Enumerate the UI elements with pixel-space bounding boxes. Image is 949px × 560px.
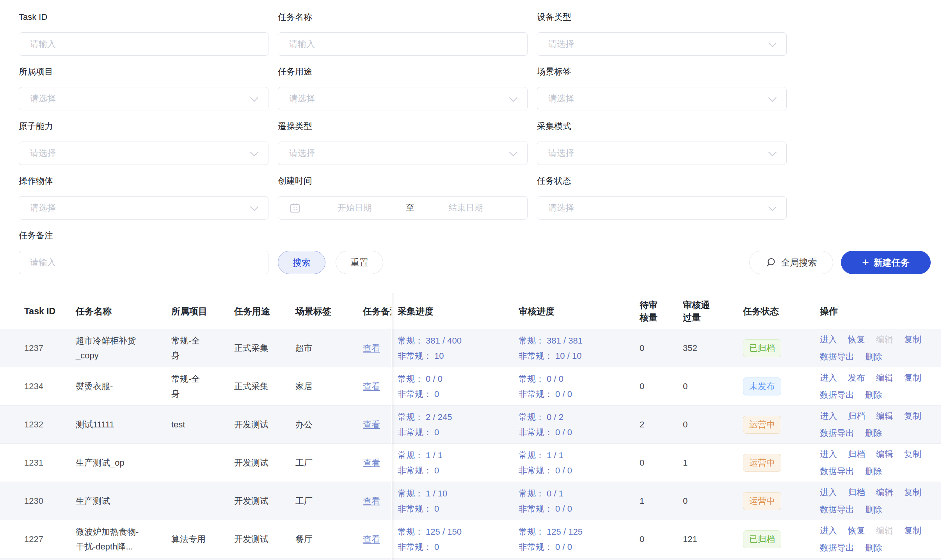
pending-count-value: 0: [640, 456, 644, 470]
teleop-type-select[interactable]: 请选择: [278, 142, 528, 165]
filter-label-teleop-type: 遥操类型: [278, 122, 528, 131]
action-link: 编辑: [876, 332, 893, 347]
action-link[interactable]: 复制: [904, 447, 921, 462]
action-link[interactable]: 数据导出: [820, 502, 854, 517]
remark-view-link[interactable]: 查看: [363, 418, 380, 432]
remark-view-link[interactable]: 查看: [363, 532, 380, 546]
cell-actions: 进入归档编辑复制数据导出删除: [814, 482, 949, 520]
table-row: 1237超市冷鲜柜补货_copy常规-全身正式采集超市查看常规： 381 / 4…: [0, 329, 949, 367]
cell-task-status: 未发布: [738, 367, 814, 405]
task-id-input[interactable]: [19, 32, 268, 56]
cell-project: 常规-全身: [166, 329, 229, 367]
operate-object-select[interactable]: 请选择: [19, 196, 268, 220]
action-link[interactable]: 编辑: [876, 370, 893, 385]
action-link[interactable]: 数据导出: [820, 426, 854, 441]
action-link[interactable]: 发布: [848, 370, 865, 385]
remark-view-link[interactable]: 查看: [363, 494, 380, 508]
action-link[interactable]: 数据导出: [820, 541, 854, 555]
action-link[interactable]: 进入: [820, 332, 837, 347]
cell-pending-count: 0: [634, 367, 677, 405]
plus-icon: +: [862, 257, 869, 268]
filter-label-operate-object: 操作物体: [19, 177, 268, 185]
cell-project-text: test: [171, 417, 185, 432]
action-link[interactable]: 归档: [848, 409, 865, 424]
action-link[interactable]: 进入: [820, 447, 837, 462]
date-range-separator: 至: [406, 202, 414, 214]
cell-collect-progress: 常规： 125 / 150非常规： 0: [392, 520, 513, 558]
status-badge: 未发布: [743, 377, 781, 395]
collect-mode-select[interactable]: 请选择: [537, 142, 787, 165]
create-time-range-picker[interactable]: 开始日期 至 结束日期: [278, 196, 528, 220]
remark-view-link[interactable]: 查看: [363, 341, 380, 355]
remark-view-link[interactable]: 查看: [363, 456, 380, 470]
purpose-select[interactable]: 请选择: [278, 87, 528, 110]
cell-task-status: 运营中: [738, 444, 814, 482]
chevron-down-icon: [250, 148, 258, 156]
status-badge: 运营中: [743, 416, 781, 434]
action-link[interactable]: 复制: [904, 370, 921, 385]
end-date-placeholder[interactable]: 结束日期: [414, 202, 517, 214]
remark-view-link[interactable]: 查看: [363, 379, 380, 393]
filter-label-task-status: 任务状态: [537, 177, 787, 185]
cell-approved-count: 0: [677, 406, 738, 443]
action-link[interactable]: 删除: [865, 464, 882, 479]
action-link[interactable]: 进入: [820, 370, 837, 385]
reset-button[interactable]: 重置: [336, 251, 383, 274]
task-status-select[interactable]: 请选择: [537, 196, 787, 220]
cell-task-id: 1232: [0, 406, 70, 443]
action-link[interactable]: 复制: [904, 485, 921, 500]
device-type-select[interactable]: 请选择: [537, 32, 787, 56]
action-link[interactable]: 恢复: [848, 523, 865, 538]
global-search-button[interactable]: 全局搜索: [749, 251, 833, 274]
cell-task-name-text: 生产测试_op: [76, 455, 124, 470]
action-link[interactable]: 进入: [820, 485, 837, 500]
select-placeholder: 请选择: [289, 93, 315, 105]
action-link[interactable]: 数据导出: [820, 349, 854, 364]
action-link[interactable]: 编辑: [876, 485, 893, 500]
cell-scene-tag: 超市: [290, 329, 357, 367]
select-placeholder: 请选择: [548, 202, 574, 214]
project-select[interactable]: 请选择: [19, 87, 268, 110]
pending-count-value: 2: [640, 418, 644, 432]
scene-tag-select[interactable]: 请选择: [537, 87, 787, 110]
action-link[interactable]: 删除: [865, 541, 882, 555]
start-date-placeholder[interactable]: 开始日期: [303, 202, 406, 214]
action-link[interactable]: 删除: [865, 502, 882, 517]
task-name-input[interactable]: [278, 32, 528, 56]
filter-label-scene-tag: 场景标签: [537, 67, 787, 76]
action-link[interactable]: 数据导出: [820, 464, 854, 479]
cell-task-name: 生产测试_op: [70, 444, 166, 482]
cell-scene-tag: 餐厅: [290, 520, 357, 558]
action-link[interactable]: 数据导出: [820, 388, 854, 402]
scrollbar-gutter[interactable]: [941, 293, 949, 560]
action-link[interactable]: 编辑: [876, 447, 893, 462]
cell-project: [166, 482, 229, 520]
action-link[interactable]: 复制: [904, 409, 921, 424]
action-link[interactable]: 复制: [904, 332, 921, 347]
action-link[interactable]: 进入: [820, 409, 837, 424]
collect-irregular-line: 非常规： 0: [398, 387, 439, 401]
action-link[interactable]: 删除: [865, 349, 882, 364]
status-badge: 运营中: [743, 454, 781, 472]
create-task-button[interactable]: + 新建任务: [841, 251, 931, 274]
action-link[interactable]: 归档: [848, 447, 865, 462]
action-link[interactable]: 复制: [904, 523, 921, 538]
task-remark-input[interactable]: [19, 251, 268, 274]
table-row: 1234熨烫衣服-常规-全身正式采集家居查看常规： 0 / 0非常规： 0常规：…: [0, 367, 949, 406]
status-badge: 已归档: [743, 530, 781, 548]
collect-irregular-line: 非常规： 0: [398, 502, 439, 516]
collect-irregular-line: 非常规： 0: [398, 463, 439, 478]
action-link[interactable]: 编辑: [876, 409, 893, 424]
cell-pending-count: 1: [634, 482, 677, 520]
cell-remark: 查看: [357, 406, 392, 443]
search-button[interactable]: 搜索: [278, 251, 325, 274]
action-link[interactable]: 恢复: [848, 332, 865, 347]
filter-field-operate-object: 操作物体 请选择: [19, 177, 268, 220]
action-link[interactable]: 删除: [865, 426, 882, 441]
action-link[interactable]: 进入: [820, 523, 837, 538]
cell-purpose: 正式采集: [229, 367, 290, 405]
action-link[interactable]: 归档: [848, 485, 865, 500]
atomic-ability-select[interactable]: 请选择: [19, 142, 268, 165]
filter-field-task-id: Task ID: [19, 13, 268, 56]
action-link[interactable]: 删除: [865, 388, 882, 402]
